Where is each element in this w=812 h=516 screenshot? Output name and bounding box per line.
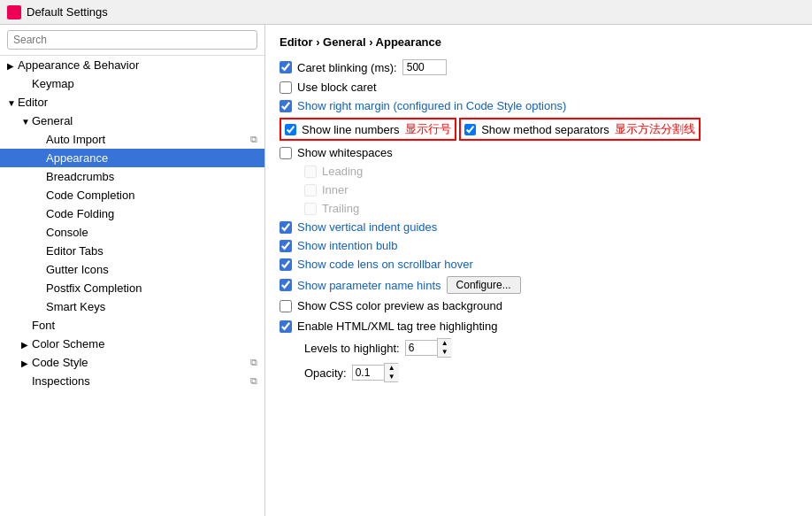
search-input[interactable] [7, 30, 257, 50]
option-trailing: Trailing [304, 202, 798, 215]
sidebar-item-code-folding[interactable]: Code Folding [0, 204, 264, 223]
copy-icon-code-style[interactable]: ⧉ [250, 357, 257, 368]
show-line-numbers-row: Show line numbers 显示行号 [280, 118, 456, 141]
sidebar-label-code-completion: Code Completion [46, 189, 134, 202]
sidebar-item-keymap[interactable]: Keymap [0, 74, 264, 93]
tree-arrow-editor: ▼ [7, 98, 18, 108]
option-css-color: Show CSS color preview as background [280, 299, 798, 312]
sidebar-label-editor-tabs: Editor Tabs [46, 244, 103, 258]
caret-blinking-label: Caret blinking (ms): [297, 61, 397, 74]
sidebar-label-color-scheme: Color Scheme [32, 337, 104, 350]
option-html-xml: Enable HTML/XML tag tree highlighting [280, 320, 798, 333]
vertical-indent-checkbox[interactable] [280, 221, 292, 234]
sidebar-item-smart-keys[interactable]: Smart Keys [0, 297, 264, 316]
sidebar-item-auto-import[interactable]: Auto Import⧉ [0, 130, 264, 149]
sidebar-item-breadcrumbs[interactable]: Breadcrumbs [0, 167, 264, 186]
intention-bulb-label: Show intention bulb [297, 239, 397, 252]
levels-label: Levels to highlight: [304, 342, 400, 355]
sidebar: ▶ Appearance & BehaviorKeymap▼ Editor▼ G… [0, 25, 265, 516]
breadcrumb: Editor › General › Appearance [280, 35, 798, 49]
sidebar-item-color-scheme[interactable]: ▶ Color Scheme [0, 335, 264, 353]
leading-checkbox[interactable] [304, 166, 317, 178]
sidebar-search-container [0, 25, 264, 56]
show-line-numbers-annotation: 显示行号 [405, 121, 451, 137]
opacity-row: Opacity: ▲ ▼ [280, 363, 798, 382]
show-line-numbers-checkbox[interactable] [285, 124, 296, 135]
vertical-indent-label: Show vertical indent guides [297, 220, 437, 234]
sidebar-label-code-style: Code Style [32, 356, 88, 369]
levels-up-btn[interactable]: ▲ [438, 339, 452, 348]
copy-icon-inspections[interactable]: ⧉ [250, 375, 257, 387]
caret-blinking-value[interactable] [402, 59, 447, 75]
title-bar: Default Settings [0, 0, 812, 25]
html-xml-label: Enable HTML/XML tag tree highlighting [297, 320, 497, 333]
configure-button[interactable]: Configure... [447, 276, 521, 294]
levels-value[interactable] [405, 340, 437, 356]
copy-icon-auto-import[interactable]: ⧉ [250, 134, 257, 145]
block-caret-checkbox[interactable] [280, 81, 292, 94]
param-hints-checkbox[interactable] [280, 279, 292, 291]
right-margin-checkbox[interactable] [280, 100, 292, 112]
caret-blinking-checkbox[interactable] [280, 61, 292, 73]
sidebar-label-editor: Editor [18, 96, 48, 109]
option-block-caret: Use block caret [280, 81, 798, 94]
trailing-label: Trailing [322, 202, 359, 215]
sidebar-item-inspections[interactable]: Inspections⧉ [0, 372, 264, 390]
opacity-value[interactable] [352, 365, 384, 381]
sidebar-label-code-folding: Code Folding [46, 207, 114, 220]
option-leading: Leading [304, 165, 798, 178]
sidebar-item-postfix-completion[interactable]: Postfix Completion [0, 279, 264, 297]
code-lens-label: Show code lens on scrollbar hover [297, 258, 473, 271]
option-intention-bulb: Show intention bulb [280, 239, 798, 252]
css-color-label: Show CSS color preview as background [297, 299, 502, 312]
css-color-checkbox[interactable] [280, 300, 292, 312]
trailing-checkbox[interactable] [304, 203, 317, 215]
tree-container: ▶ Appearance & BehaviorKeymap▼ Editor▼ G… [0, 56, 264, 390]
sidebar-item-console[interactable]: Console [0, 223, 264, 242]
sidebar-item-gutter-icons[interactable]: Gutter Icons [0, 260, 264, 279]
levels-spin: ▲ ▼ [405, 338, 451, 358]
option-right-margin: Show right margin (configured in Code St… [280, 99, 798, 112]
window-title: Default Settings [27, 5, 108, 19]
show-whitespaces-checkbox[interactable] [280, 147, 292, 159]
opacity-down-btn[interactable]: ▼ [385, 373, 399, 381]
option-param-hints: Show parameter name hints Configure... [280, 276, 798, 294]
sidebar-item-editor-tabs[interactable]: Editor Tabs [0, 242, 264, 260]
levels-down-btn[interactable]: ▼ [438, 348, 452, 357]
levels-row: Levels to highlight: ▲ ▼ [280, 338, 798, 358]
inner-checkbox[interactable] [304, 184, 317, 196]
sidebar-item-font[interactable]: Font [0, 316, 264, 335]
sidebar-label-inspections: Inspections [32, 374, 90, 388]
sidebar-label-keymap: Keymap [32, 77, 74, 90]
tree-arrow-general: ▼ [21, 117, 32, 127]
code-lens-checkbox[interactable] [280, 258, 292, 271]
right-margin-label: Show right margin (configured in Code St… [297, 99, 566, 112]
show-method-separators-annotation: 显示方法分割线 [615, 121, 695, 137]
option-code-lens: Show code lens on scrollbar hover [280, 258, 798, 271]
param-hints-label: Show parameter name hints [297, 279, 441, 292]
sidebar-item-code-completion[interactable]: Code Completion [0, 186, 264, 204]
intention-bulb-checkbox[interactable] [280, 240, 292, 252]
opacity-up-btn[interactable]: ▲ [385, 364, 399, 373]
sidebar-item-code-style[interactable]: ▶ Code Style⧉ [0, 353, 264, 372]
main-layout: ▶ Appearance & BehaviorKeymap▼ Editor▼ G… [0, 25, 812, 516]
leading-label: Leading [322, 165, 363, 178]
whitespace-suboptions: Leading Inner Trailing [280, 165, 798, 215]
sidebar-label-console: Console [46, 226, 88, 239]
option-inner: Inner [304, 183, 798, 196]
sidebar-item-general[interactable]: ▼ General [0, 112, 264, 130]
show-method-separators-checkbox[interactable] [464, 124, 476, 135]
sidebar-label-gutter-icons: Gutter Icons [46, 263, 109, 276]
sidebar-label-appearance: Appearance [46, 151, 108, 165]
sidebar-item-appearance[interactable]: Appearance [0, 149, 264, 167]
show-line-numbers-label: Show line numbers [302, 123, 400, 136]
sidebar-label-appearance-behavior: Appearance & Behavior [18, 58, 139, 72]
option-vertical-indent: Show vertical indent guides [280, 220, 798, 234]
sidebar-label-postfix-completion: Postfix Completion [46, 281, 142, 295]
tree-arrow-color-scheme: ▶ [21, 340, 32, 350]
html-xml-checkbox[interactable] [280, 320, 292, 333]
opacity-spinner: ▲ ▼ [384, 363, 398, 382]
opacity-label: Opacity: [304, 366, 347, 380]
sidebar-item-appearance-behavior[interactable]: ▶ Appearance & Behavior [0, 56, 264, 74]
sidebar-item-editor[interactable]: ▼ Editor [0, 93, 264, 112]
